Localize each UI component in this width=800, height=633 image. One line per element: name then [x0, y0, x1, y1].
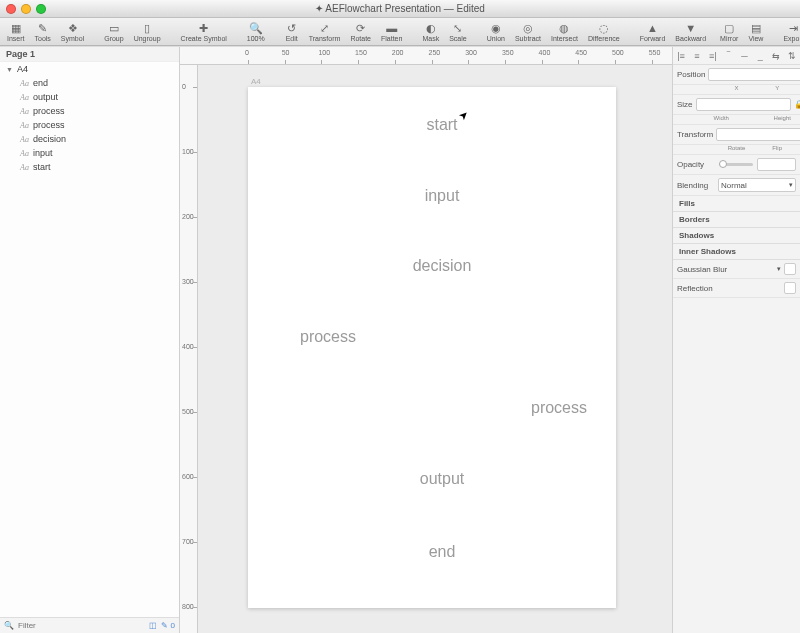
- ungroup-button[interactable]: ▯Ungroup: [131, 20, 164, 43]
- layer-item[interactable]: Aastart: [0, 160, 179, 174]
- disclosure-icon[interactable]: ▼: [6, 66, 13, 73]
- lock-aspect-icon[interactable]: 🔒: [794, 100, 800, 109]
- insert-icon: ▦: [9, 21, 23, 35]
- section-shadows[interactable]: Shadows: [673, 228, 800, 244]
- text-layer-icon: Aa: [20, 163, 29, 172]
- layer-name: end: [33, 78, 48, 88]
- distribute-h-button[interactable]: ⇆: [770, 50, 782, 62]
- union-label: Union: [487, 35, 505, 42]
- layer-item[interactable]: Aaprocess: [0, 104, 179, 118]
- zoom-icon: 🔍: [249, 21, 263, 35]
- opacity-label: Opacity: [677, 160, 715, 169]
- mask-icon: ◐: [424, 21, 438, 35]
- rotate-sublabel: Rotate: [718, 145, 756, 151]
- chevron-down-icon[interactable]: ▾: [777, 265, 781, 273]
- mask-button[interactable]: ◐Mask: [419, 20, 442, 43]
- layer-item[interactable]: Aainput: [0, 146, 179, 160]
- insert-label: Insert: [7, 35, 25, 42]
- zoom-button[interactable]: 🔍100%: [244, 20, 268, 43]
- align-left-button[interactable]: |≡: [675, 50, 687, 62]
- horizontal-ruler[interactable]: 050100150200250300350400450500550600: [180, 47, 672, 65]
- scale-button[interactable]: ⤡Scale: [446, 20, 470, 43]
- text-layer-icon: Aa: [20, 149, 29, 158]
- window-minimize-button[interactable]: [21, 4, 31, 14]
- mirror-button[interactable]: ▢Mirror: [717, 20, 741, 43]
- transform-button[interactable]: ⤢Transform: [306, 20, 344, 43]
- align-hcenter-button[interactable]: ≡: [691, 50, 703, 62]
- rotate-button[interactable]: ⟳Rotate: [347, 20, 374, 43]
- scale-label: Scale: [449, 35, 467, 42]
- canvas-text-input[interactable]: input: [425, 187, 460, 205]
- height-sublabel: Height: [769, 115, 797, 121]
- union-button[interactable]: ◉Union: [484, 20, 508, 43]
- tools-button[interactable]: ✎Tools: [32, 20, 54, 43]
- align-vcenter-button[interactable]: ─: [738, 50, 750, 62]
- search-icon: 🔍: [4, 621, 14, 630]
- align-top-button[interactable]: ‾: [723, 50, 735, 62]
- filter-count: ✎ 0: [161, 621, 175, 630]
- artboard-row[interactable]: ▼ A4: [0, 62, 179, 76]
- position-x-input[interactable]: [708, 68, 800, 81]
- opacity-input[interactable]: [757, 158, 797, 171]
- filter-input[interactable]: [18, 621, 145, 630]
- layer-item[interactable]: Aaend: [0, 76, 179, 90]
- canvas-text-process1[interactable]: process: [300, 328, 356, 346]
- canvas-text-start[interactable]: start: [426, 116, 457, 134]
- intersect-button[interactable]: ◍Intersect: [548, 20, 581, 43]
- mask-label: Mask: [422, 35, 439, 42]
- backward-label: Backward: [675, 35, 706, 42]
- canvas-text-end[interactable]: end: [429, 543, 456, 561]
- canvas-text-output[interactable]: output: [420, 470, 464, 488]
- canvas-text-process2[interactable]: process: [531, 399, 587, 417]
- window-close-button[interactable]: [6, 4, 16, 14]
- group-button[interactable]: ▭Group: [101, 20, 126, 43]
- difference-icon: ◌: [597, 21, 611, 35]
- export-icon: ⇥: [787, 21, 800, 35]
- forward-button[interactable]: ▲Forward: [637, 20, 669, 43]
- layer-item[interactable]: Aaprocess: [0, 118, 179, 132]
- align-bottom-button[interactable]: _: [754, 50, 766, 62]
- size-width-input[interactable]: [696, 98, 791, 111]
- artboard[interactable]: [248, 87, 616, 608]
- gaussian-blur-checkbox[interactable]: [784, 263, 796, 275]
- edit-button[interactable]: ↺Edit: [282, 20, 302, 43]
- subtract-button[interactable]: ◎Subtract: [512, 20, 544, 43]
- ruler-tick: 200: [182, 213, 194, 220]
- ungroup-label: Ungroup: [134, 35, 161, 42]
- flatten-button[interactable]: ▬Flatten: [378, 20, 405, 43]
- ruler-tick: 150: [355, 49, 367, 56]
- vertical-ruler[interactable]: 0100200300400500600700800: [180, 65, 198, 633]
- group-icon: ▭: [107, 21, 121, 35]
- tools-label: Tools: [35, 35, 51, 42]
- align-right-button[interactable]: ≡|: [707, 50, 719, 62]
- canvas[interactable]: A4 startinputdecisionprocessprocessoutpu…: [198, 65, 672, 633]
- rotate-input[interactable]: [716, 128, 800, 141]
- layer-toggle-icon[interactable]: ◫: [149, 621, 157, 630]
- window-zoom-button[interactable]: [36, 4, 46, 14]
- create-symbol-button[interactable]: ✚Create Symbol: [178, 20, 230, 43]
- page-header[interactable]: Page 1: [0, 47, 179, 62]
- export-button[interactable]: ⇥Export: [780, 20, 800, 43]
- width-sublabel: Width: [708, 115, 736, 121]
- section-inner-shadows[interactable]: Inner Shadows: [673, 244, 800, 260]
- insert-button[interactable]: ▦Insert: [4, 20, 28, 43]
- scale-icon: ⤡: [451, 21, 465, 35]
- section-borders[interactable]: Borders: [673, 212, 800, 228]
- layer-item[interactable]: Aadecision: [0, 132, 179, 146]
- subtract-icon: ◎: [521, 21, 535, 35]
- difference-button[interactable]: ◌Difference: [585, 20, 623, 43]
- layer-name: process: [33, 120, 65, 130]
- section-fills[interactable]: Fills: [673, 196, 800, 212]
- symbol-button[interactable]: ❖Symbol: [58, 20, 87, 43]
- opacity-slider[interactable]: [719, 163, 753, 166]
- layer-item[interactable]: Aaoutput: [0, 90, 179, 104]
- view-button[interactable]: ▤View: [745, 20, 766, 43]
- backward-button[interactable]: ▼Backward: [672, 20, 709, 43]
- zoom-label: 100%: [247, 35, 265, 42]
- blending-select[interactable]: Normal▾: [718, 178, 796, 192]
- distribute-v-button[interactable]: ⇅: [786, 50, 798, 62]
- symbol-icon: ❖: [66, 21, 80, 35]
- reflection-checkbox[interactable]: [784, 282, 796, 294]
- canvas-text-decision[interactable]: decision: [413, 257, 472, 275]
- layer-name: start: [33, 162, 51, 172]
